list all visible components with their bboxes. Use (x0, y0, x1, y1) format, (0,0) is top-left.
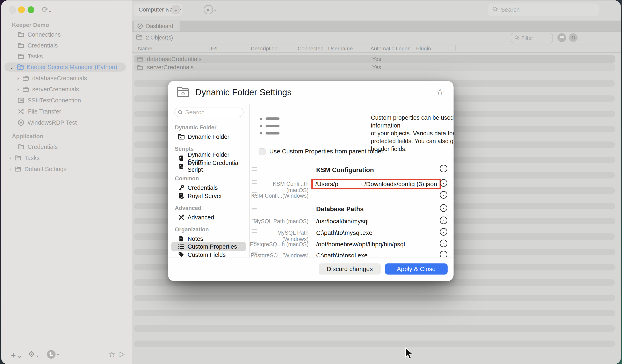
sync-button[interactable]: ⟳⌄ (42, 5, 52, 14)
workspace-header: Keeper Demo (12, 22, 49, 28)
row-options-button[interactable]: … (440, 240, 447, 247)
row-options-button[interactable]: … (440, 228, 447, 236)
dialog-header: ⚙ Dynamic Folder Settings ☆ (168, 81, 454, 104)
table-row[interactable]: serverCredentials Yes (134, 63, 615, 71)
discard-changes-button[interactable]: Discard changes (319, 264, 381, 274)
folder-icon (137, 57, 143, 62)
settings-gear-button[interactable]: ⚙⌄ (28, 350, 39, 359)
folder-icon (22, 87, 29, 92)
column-header[interactable]: Connected (298, 45, 324, 52)
sidebar-item-credentials[interactable]: Credentials (1, 41, 132, 50)
sidebar-item-windows-rdp-test[interactable]: WindowsRDP Test (1, 118, 132, 127)
view-options-button[interactable] (557, 33, 566, 42)
column-header[interactable]: Username (328, 45, 353, 52)
row-options-button[interactable]: … (440, 191, 447, 199)
nav-item-dynamic-credential-script[interactable]: Dynamic Credential Script (171, 162, 246, 171)
nav-item-dynamic-folder[interactable]: ⚙ Dynamic Folder (171, 132, 246, 141)
sidebar-item-server-credentials[interactable]: › serverCredentials (1, 85, 132, 94)
nav-item-custom-fields[interactable]: Custom Fields (171, 250, 246, 257)
sidebar-item-default-settings[interactable]: › Default Settings (1, 165, 132, 173)
folder-icon (15, 166, 21, 172)
row-options-button[interactable]: … (440, 179, 447, 187)
play-button[interactable]: ▷ (119, 350, 125, 358)
nav-section-title: Advanced (175, 205, 201, 211)
folder-icon (137, 65, 143, 70)
ksm-config-path-value-highlighted[interactable]: /Users/p /Downloads/config (3).json (311, 179, 441, 190)
chevron-right-icon[interactable]: › (9, 166, 11, 172)
add-button[interactable]: ＋⌄ (9, 349, 22, 361)
row-options-button[interactable]: … (440, 165, 447, 172)
use-parent-properties-checkbox[interactable] (259, 148, 266, 155)
dialog-search-field[interactable]: Search (175, 108, 244, 117)
minimize-button[interactable] (18, 6, 25, 13)
row-name: databaseCredentials (147, 56, 202, 62)
column-header[interactable]: Name (138, 45, 152, 52)
column-header[interactable]: Description (251, 45, 277, 52)
tools-icon (177, 214, 186, 220)
connect-play-button[interactable]: ▶⌄ (204, 5, 218, 14)
sidebar-item-connections[interactable]: Connections (1, 30, 132, 39)
key-icon (177, 185, 186, 191)
nav-section-title: Dynamic Folder (175, 124, 217, 131)
sidebar: ⟳⌄ Keeper Demo Connections Credentials T… (1, 0, 132, 364)
row-options-button[interactable]: … (440, 251, 447, 257)
folder-icon (136, 34, 143, 41)
chevron-right-icon[interactable]: › (9, 155, 11, 161)
column-header[interactable]: Plugin (416, 45, 431, 52)
favorite-star-button[interactable]: ☆ (108, 350, 116, 359)
column-header[interactable]: URI (208, 45, 218, 52)
zoom-button[interactable] (28, 6, 34, 13)
sidebar-item-file-transfer[interactable]: File Transfer (1, 107, 132, 116)
nav-item-advanced[interactable]: Advanced (171, 213, 246, 222)
nav-item-label: Advanced (188, 214, 214, 221)
sidebar-item-label: File Transfer (28, 108, 61, 115)
drag-handle-icon[interactable] (252, 207, 257, 210)
nav-item-custom-properties[interactable]: Custom Properties (171, 242, 246, 251)
nav-item-credentials[interactable]: Credentials (171, 183, 246, 192)
chevron-down-icon[interactable]: ⌄ (9, 64, 14, 70)
sidebar-item-label: Tasks (24, 155, 40, 161)
nav-item-royal-server[interactable]: Royal Server (171, 192, 246, 200)
column-header[interactable]: Automatic Logon (370, 45, 410, 52)
favorite-star-icon[interactable]: ☆ (436, 86, 445, 98)
sidebar-item-keeper-secrets-manager[interactable]: ⌄ ⚙ Keeper Secrets Manager (Python) (4, 62, 126, 72)
dialog-search-placeholder: Search (185, 109, 205, 116)
chevron-right-icon[interactable]: › (17, 75, 19, 81)
sidebar-item-ssh-test-connection[interactable]: $ SSHTestConnection (1, 96, 132, 105)
script-icon (177, 155, 186, 161)
sidebar-item-label: Tasks (28, 53, 43, 60)
document-icon (177, 236, 186, 242)
property-value[interactable]: /opt/homebrew/opt/libpq/bin/psql (316, 241, 405, 248)
sort-order-button[interactable]: ⇅⌄ (47, 350, 60, 359)
group-title: Database Paths (316, 205, 364, 213)
property-value[interactable]: /usr/local/bin/mysql (316, 218, 369, 225)
sidebar-item-tasks[interactable]: Tasks (1, 52, 132, 61)
drag-handle-icon[interactable] (252, 167, 257, 171)
filter-field[interactable]: Filter (511, 33, 553, 43)
sidebar-item-database-credentials[interactable]: › databaseCredentials (1, 74, 132, 83)
updown-arrows-icon: ⇅ (47, 350, 56, 359)
row-options-button[interactable]: … (440, 217, 447, 224)
chevron-down-icon[interactable]: ⌄ (172, 5, 180, 14)
property-value[interactable]: C:\path\to\mysql.exe (316, 229, 372, 236)
property-value[interactable]: C:\path\to\psql.exe (316, 252, 368, 257)
sidebar-item-app-tasks[interactable]: › Tasks (1, 153, 132, 162)
row-options-button[interactable]: … (440, 204, 447, 212)
sidebar-item-app-credentials[interactable]: Credentials (1, 142, 132, 151)
refresh-button[interactable]: ↻ (569, 33, 578, 42)
tab-dashboard[interactable]: Dashboard (134, 21, 180, 32)
folder-icon (18, 32, 24, 37)
property-label: PostgreSQ...h (macOS) (250, 241, 309, 248)
table-row[interactable]: databaseCredentials Yes (134, 55, 615, 63)
nav-section-title: Organization (175, 227, 209, 233)
search-icon (492, 6, 498, 13)
computer-name-field[interactable]: Computer Name ⌄ (134, 3, 182, 16)
script-icon (177, 163, 186, 170)
apply-close-button[interactable]: Apply & Close (385, 264, 447, 274)
close-button[interactable] (9, 6, 16, 14)
chevron-right-icon[interactable]: › (17, 86, 19, 93)
global-search-field[interactable]: Search (488, 3, 599, 16)
filter-placeholder: Filter (521, 35, 533, 41)
sidebar-item-label: WindowsRDP Test (28, 119, 77, 126)
nav-item-label: Dynamic Folder (188, 134, 229, 140)
